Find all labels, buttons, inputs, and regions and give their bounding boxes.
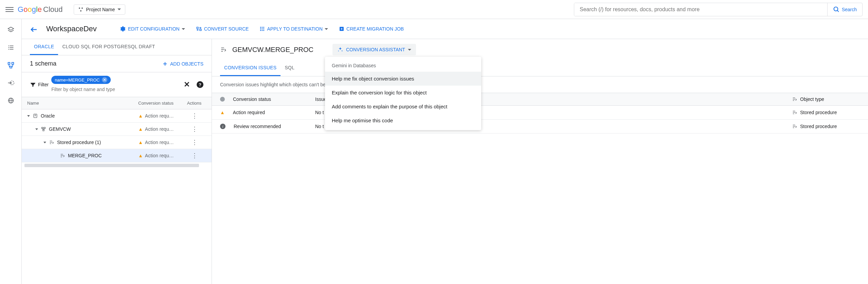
horizontal-scrollbar[interactable] — [24, 164, 199, 167]
schema-icon — [41, 126, 46, 132]
svg-point-0 — [834, 7, 838, 11]
schema-count: 1 schema — [30, 60, 56, 67]
filter-input[interactable] — [51, 85, 181, 93]
procedure-icon — [792, 110, 797, 115]
warning-icon: ▲ — [138, 153, 143, 158]
svg-rect-44 — [44, 127, 45, 129]
database-icon — [33, 113, 38, 119]
rail-list-icon[interactable] — [7, 43, 15, 52]
col-conversion-status: Conversion status — [233, 96, 271, 102]
procedure-icon — [220, 46, 227, 53]
warning-icon: ▲ — [138, 126, 143, 132]
search-button[interactable]: Search — [827, 3, 862, 16]
help-icon[interactable]: ? — [197, 81, 203, 88]
rail-globe-icon[interactable] — [7, 96, 15, 105]
tree-row-stored-procedure-group[interactable]: Stored procedure (1) ▲Action requ… ⋮ — [22, 136, 212, 149]
workspace-title: WorkspaceDev — [46, 24, 97, 33]
procedure-icon — [792, 96, 797, 102]
procedure-icon — [792, 124, 797, 129]
svg-rect-43 — [42, 127, 43, 129]
hamburger-menu[interactable] — [5, 5, 14, 14]
project-picker[interactable]: Project Name — [74, 4, 126, 15]
add-objects-button[interactable]: ADD OBJECTS — [162, 61, 203, 67]
row-actions-menu[interactable]: ⋮ — [192, 112, 197, 120]
menu-item-fix-issues[interactable]: Help me fix object conversion issues — [325, 72, 481, 86]
google-cloud-logo[interactable]: Google Cloud — [18, 5, 63, 14]
search-button-label: Search — [842, 7, 857, 12]
svg-rect-27 — [262, 27, 263, 28]
col-name-header: Name — [27, 101, 138, 106]
menu-item-explain-logic[interactable]: Explain the conversion logic for this ob… — [325, 86, 481, 100]
svg-rect-28 — [264, 27, 265, 28]
chevron-down-icon — [117, 8, 121, 10]
create-migration-job-button[interactable]: CREATE MIGRATION JOB — [338, 23, 405, 34]
svg-rect-6 — [10, 47, 13, 48]
conversion-assistant-button[interactable]: CONVERSION ASSISTANT — [332, 44, 416, 55]
search-input[interactable] — [574, 3, 827, 16]
tab-sql[interactable]: SQL — [281, 60, 299, 76]
warning-icon: ▲ — [138, 113, 143, 119]
svg-rect-34 — [264, 30, 265, 31]
rail-layers-icon[interactable] — [7, 26, 15, 34]
svg-rect-26 — [260, 27, 261, 28]
issues-description: Conversion issues highlight which object… — [212, 76, 868, 93]
page-toolbar: WorkspaceDev EDIT CONFIGURATION CONVERT … — [22, 19, 868, 39]
search-icon — [833, 6, 840, 13]
issue-row[interactable]: ▲Action required No t Stored procedure — [212, 106, 868, 120]
apply-destination-button[interactable]: APPLY TO DESTINATION — [258, 23, 329, 34]
back-button[interactable] — [30, 24, 38, 34]
tab-cloudsql-draft[interactable]: CLOUD SQL FOR POSTGRESQL DRAFT — [58, 39, 159, 55]
tab-conversion-issues[interactable]: CONVERSION ISSUES — [220, 60, 281, 76]
clear-filter-button[interactable]: ✕ — [184, 80, 190, 89]
info-icon: i — [220, 124, 225, 129]
svg-rect-33 — [262, 30, 263, 31]
issue-row[interactable]: iReview recommended No t Stored procedur… — [212, 120, 868, 134]
svg-rect-11 — [10, 66, 12, 68]
col-object-type: Object type — [800, 96, 824, 102]
tree-row-oracle[interactable]: Oracle ▲Action requ… ⋮ — [22, 109, 212, 123]
svg-rect-22 — [197, 27, 198, 29]
status-dot-icon — [220, 97, 225, 102]
convert-source-button[interactable]: CONVERT SOURCE — [195, 23, 250, 35]
rail-import-icon[interactable] — [7, 79, 15, 87]
svg-rect-24 — [200, 29, 201, 31]
svg-rect-3 — [8, 46, 9, 46]
convert-icon — [196, 26, 202, 32]
chevron-down-icon — [325, 28, 328, 30]
svg-rect-29 — [260, 29, 261, 30]
project-name: Project Name — [86, 7, 115, 12]
tree-toggle-icon[interactable] — [35, 128, 38, 130]
svg-rect-10 — [12, 63, 14, 65]
tree-row-merge-proc[interactable]: MERGE_PROC ▲Action requ… ⋮ — [22, 149, 212, 162]
project-icon — [78, 7, 84, 12]
rail-workspace-icon[interactable] — [7, 61, 15, 69]
tree-toggle-icon[interactable] — [43, 142, 46, 143]
svg-marker-2 — [8, 27, 14, 30]
row-actions-menu[interactable]: ⋮ — [192, 125, 197, 133]
svg-rect-4 — [10, 46, 13, 46]
row-actions-menu[interactable]: ⋮ — [192, 139, 197, 146]
row-actions-menu[interactable]: ⋮ — [192, 152, 197, 159]
chevron-down-icon — [408, 49, 411, 51]
menu-item-optimise-code[interactable]: Help me optimise this code — [325, 113, 481, 127]
menu-item-add-comments[interactable]: Add comments to explain the purpose of t… — [325, 100, 481, 113]
sparkle-icon — [337, 47, 343, 53]
svg-rect-7 — [8, 49, 9, 50]
svg-rect-30 — [262, 29, 263, 30]
chip-remove-icon[interactable]: ✕ — [102, 77, 107, 83]
svg-rect-9 — [8, 63, 10, 65]
tree-toggle-icon[interactable] — [27, 115, 30, 117]
gear-icon — [120, 26, 126, 32]
procedure-icon — [49, 140, 54, 145]
svg-rect-32 — [260, 30, 261, 31]
object-title: GEMVCW.MERGE_PROC — [232, 46, 313, 54]
edit-configuration-button[interactable]: EDIT CONFIGURATION — [119, 23, 186, 35]
filter-icon — [30, 82, 36, 88]
filter-chip[interactable]: name=MERGE_PROC ✕ — [51, 76, 111, 84]
tree-row-gemvcw[interactable]: GEMVCW ▲Action requ… ⋮ — [22, 123, 212, 136]
menu-header: Gemini in Databases — [325, 59, 481, 72]
tab-oracle[interactable]: ORACLE — [30, 39, 58, 55]
svg-rect-8 — [10, 49, 13, 50]
grid-icon — [259, 26, 265, 32]
col-status-header: Conversion status — [138, 101, 182, 106]
